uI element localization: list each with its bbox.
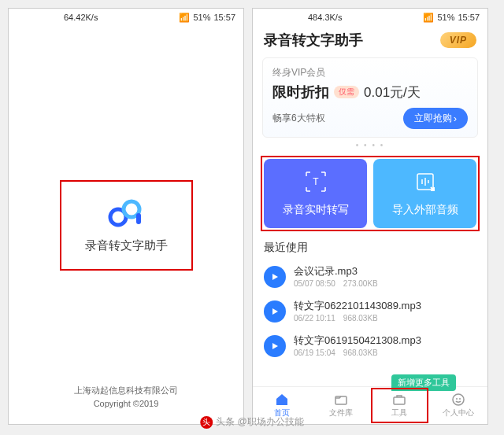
status-bar: 484.3K/s 📶 51% 15:57 xyxy=(253,9,487,26)
vip-member-label: 终身VIP会员 xyxy=(272,66,468,79)
status-icons: 📶 xyxy=(179,13,190,23)
app-header: 录音转文字助手 VIP xyxy=(253,26,487,57)
net-speed: 484.3K/s xyxy=(308,13,342,22)
record-transcribe-button[interactable]: T 录音实时转写 xyxy=(264,159,367,228)
vip-price-row: 限时折扣 仅需 0.01元/天 xyxy=(272,83,468,101)
buy-now-button[interactable]: 立即抢购 › xyxy=(403,108,468,129)
battery: 51% xyxy=(437,13,454,22)
watermark: 头 头条 @职场办公技能 xyxy=(200,415,304,429)
net-speed: 64.42K/s xyxy=(64,13,98,22)
vip-badge[interactable]: VIP xyxy=(440,32,476,48)
text-frame-icon: T xyxy=(264,170,367,197)
vip-card[interactable]: 终身VIP会员 限时折扣 仅需 0.01元/天 畅享6大特权 立即抢购 › xyxy=(262,57,478,138)
svg-point-9 xyxy=(459,398,461,400)
company-text: 上海动起信息科技有限公司 xyxy=(74,384,178,397)
list-item[interactable]: 转文字0622101143089.mp306/22 10:11 968.03KB xyxy=(264,294,476,329)
import-audio-button[interactable]: 导入外部音频 xyxy=(373,159,476,228)
recent-title: 最近使用 xyxy=(264,241,476,255)
play-icon[interactable] xyxy=(264,335,286,357)
phone-main: 484.3K/s 📶 51% 15:57 录音转文字助手 VIP 终身VIP会员… xyxy=(252,8,488,425)
list-item[interactable]: 会议记录.mp305/07 08:50 273.00KB xyxy=(264,260,476,294)
copyright-text: Copyright ©2019 xyxy=(74,397,178,411)
audio-import-icon xyxy=(373,170,476,197)
vip-price: 0.01元/天 xyxy=(364,83,421,101)
chevron-right-icon: › xyxy=(454,113,457,124)
vip-only-tag: 仅需 xyxy=(334,86,359,98)
svg-point-7 xyxy=(453,394,464,405)
vip-bottom-row: 畅享6大特权 立即抢购 › xyxy=(272,108,468,129)
profile-icon xyxy=(451,393,465,407)
status-icons: 📶 xyxy=(423,13,434,23)
phone-splash: 64.42K/s 📶 51% 15:57 录音转文字助手 上海动起信息科技有限公… xyxy=(8,8,244,425)
toolbox-icon xyxy=(392,393,406,407)
list-item[interactable]: 转文字0619150421308.mp306/19 15:04 968.03KB xyxy=(264,329,476,363)
actions-highlight: T 录音实时转写 导入外部音频 xyxy=(261,156,480,231)
app-logo-icon xyxy=(106,197,146,229)
tab-tools[interactable]: 工具 xyxy=(370,387,429,424)
folder-icon xyxy=(334,393,348,407)
tab-profile[interactable]: 个人中心 xyxy=(429,387,488,424)
svg-rect-2 xyxy=(136,213,141,224)
svg-rect-6 xyxy=(394,397,405,404)
vip-discount: 限时折扣 xyxy=(272,83,329,101)
home-icon xyxy=(275,393,289,407)
tab-files[interactable]: 文件库 xyxy=(312,387,371,424)
svg-text:T: T xyxy=(313,176,319,187)
splash-body: 录音转文字助手 上海动起信息科技有限公司 Copyright ©2019 xyxy=(9,26,243,424)
vip-perks: 畅享6大特权 xyxy=(272,112,325,125)
splash-highlight: 录音转文字助手 xyxy=(60,180,193,271)
recent-section: 最近使用 会议记录.mp305/07 08:50 273.00KB 转文字062… xyxy=(253,234,487,386)
record-label: 录音实时转写 xyxy=(264,203,367,217)
splash-title: 录音转文字助手 xyxy=(85,238,168,253)
status-bar: 64.42K/s 📶 51% 15:57 xyxy=(9,9,243,26)
play-icon[interactable] xyxy=(264,300,286,323)
time: 15:57 xyxy=(458,13,480,22)
page-title: 录音转文字助手 xyxy=(264,31,363,50)
battery: 51% xyxy=(193,13,210,22)
import-label: 导入外部音频 xyxy=(373,203,476,217)
splash-footer: 上海动起信息科技有限公司 Copyright ©2019 xyxy=(74,384,178,410)
time: 15:57 xyxy=(213,13,235,22)
toutiao-icon: 头 xyxy=(200,416,213,429)
pager-dots: • • • • xyxy=(253,138,487,153)
play-icon[interactable] xyxy=(264,266,286,288)
svg-point-8 xyxy=(456,398,458,400)
main-body: 录音转文字助手 VIP 终身VIP会员 限时折扣 仅需 0.01元/天 畅享6大… xyxy=(253,26,487,424)
